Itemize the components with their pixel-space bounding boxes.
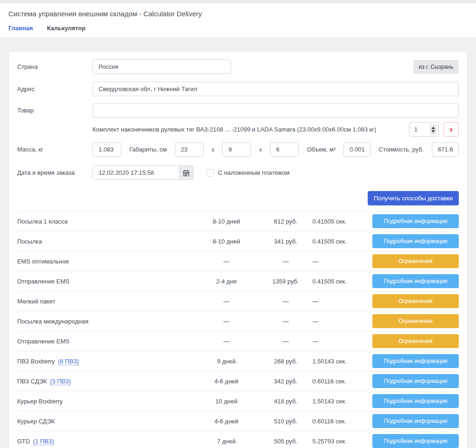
nav-item-home[interactable]: Главная	[8, 25, 33, 32]
delivery-option-row: Посылка 1 класса 8-10 дней 612 руб. 0.41…	[17, 211, 459, 231]
delivery-days: 8-10 дней	[194, 218, 259, 225]
dimensions-label: Габариты, см	[129, 146, 166, 153]
quantity-input[interactable]	[410, 125, 430, 133]
delivery-option-row: Отправление EMS 2-4 дня 1359 руб. 0.4150…	[17, 271, 459, 291]
quantity-stepper[interactable]	[409, 122, 439, 137]
delivery-price: 1359 руб.	[259, 278, 312, 285]
delivery-option-row: Мелкий пакет — — — Ограничения	[17, 291, 459, 311]
product-label: Товар	[17, 107, 93, 114]
row-action-button[interactable]: Подробная информация	[372, 214, 459, 228]
calculation-time: 0.41505 сек.	[312, 278, 366, 285]
delivery-price: 342 руб.	[259, 378, 312, 385]
length-input[interactable]	[175, 142, 204, 157]
delivery-option-name: ПВЗ СДЭК	[17, 378, 47, 385]
mass-input[interactable]	[93, 142, 121, 157]
cost-label: Стоимость, руб.	[379, 146, 424, 153]
address-row: Адрес	[17, 82, 459, 96]
cost-input[interactable]	[432, 142, 459, 157]
pvz-count-link[interactable]: (1 ПВЗ)	[33, 438, 54, 445]
calculation-time: —	[312, 298, 366, 305]
calculation-time: 0.60116 сек.	[312, 418, 366, 425]
delivery-option-row: Отправление EMS — — — Ограничения	[17, 331, 459, 351]
delivery-days: —	[194, 258, 259, 265]
delivery-option-name: Посылка международная	[17, 318, 88, 325]
datetime-input[interactable]	[93, 165, 179, 180]
row-action-button[interactable]: Подробная информация	[372, 234, 459, 248]
volume-input[interactable]	[344, 142, 370, 157]
datetime-label: Дата и время заказа	[17, 169, 93, 176]
height-input[interactable]	[270, 142, 299, 157]
volume-label: Объем, м³	[307, 146, 336, 153]
from-city-button[interactable]: из г. Сызрань	[413, 60, 459, 74]
page-title: Система управления внешним складом - Cal…	[8, 10, 468, 18]
get-delivery-methods-button[interactable]: Получить способы доставки	[368, 191, 459, 205]
row-action-button[interactable]: Подробная информация	[372, 394, 459, 408]
row-action-button[interactable]: Ограничения	[372, 314, 459, 328]
delivery-option-row: Посылка международная — — — Ограничения	[17, 311, 459, 331]
spinner-arrows-icon[interactable]	[430, 124, 437, 135]
delivery-option-name: Курьер Boxberry	[17, 398, 63, 405]
product-row: Товар	[17, 103, 459, 118]
cod-checkbox-label: С наложенным платежом	[218, 169, 290, 176]
delivery-option-row: ПВЗ Boxberry (8 ПВЗ) 9 дней 268 руб. 1.5…	[17, 351, 459, 371]
delivery-option-name: Посылка 1 класса	[17, 218, 68, 225]
calculation-time: —	[312, 318, 366, 325]
delivery-option-name: Отправление EMS	[17, 338, 69, 345]
calculation-time: 1.50143 сек.	[312, 358, 366, 365]
delivery-option-row: Курьер Boxberry 10 дней 418 руб. 1.50143…	[17, 391, 459, 411]
delivery-option-name: Мелкий пакет	[17, 298, 55, 305]
width-input[interactable]	[222, 142, 251, 157]
calculation-time: —	[312, 258, 366, 265]
calendar-icon[interactable]	[179, 165, 193, 180]
cod-checkbox[interactable]	[206, 169, 214, 177]
datetime-row: Дата и время заказа С наложенным платежо…	[17, 165, 459, 180]
pvz-count-link[interactable]: (3 ПВЗ)	[50, 378, 71, 385]
delivery-option-row: ПВЗ СДЭК (3 ПВЗ) 4-6 дней 342 руб. 0.601…	[17, 371, 459, 391]
delivery-days: 7 дней	[194, 438, 259, 445]
product-search-input[interactable]	[93, 103, 459, 118]
delivery-price: —	[259, 298, 312, 305]
delivery-price: 612 руб.	[259, 218, 312, 225]
delivery-option-name: ПВЗ Boxberry	[17, 358, 55, 365]
delivery-option-name: Отправление EMS	[17, 278, 69, 285]
country-input[interactable]	[93, 59, 231, 74]
delivery-option-row: Посылка 8-10 дней 341 руб. 0.41505 сек. …	[17, 231, 459, 251]
calculator-card: Страна из г. Сызрань Адрес Товар Комплек…	[8, 51, 468, 448]
row-action-button[interactable]: Ограничения	[372, 254, 459, 268]
delivery-days: 10 дней	[194, 398, 259, 405]
row-action-button[interactable]: Подробная информация	[372, 374, 459, 388]
delivery-days: 8-10 дней	[194, 238, 259, 245]
country-label: Страна	[17, 63, 93, 70]
main-nav: Главная Калькулятор	[8, 25, 468, 32]
product-item-description: Комплект наконечников рулевых тяг ВАЗ-21…	[93, 126, 409, 133]
delivery-days: 2-4 дня	[194, 278, 259, 285]
delivery-days: —	[194, 338, 259, 345]
delivery-option-name: Курьер СДЭК	[17, 418, 55, 425]
submit-row: Получить способы доставки	[17, 191, 459, 205]
delivery-option-row: GTD (1 ПВЗ) 7 дней 505 руб. 5.25793 сек.…	[17, 431, 459, 448]
row-action-button[interactable]: Подробная информация	[372, 434, 459, 448]
top-strip	[0, 0, 476, 3]
delivery-days: —	[194, 318, 259, 325]
address-input[interactable]	[93, 82, 459, 96]
delivery-days: —	[194, 298, 259, 305]
remove-item-button[interactable]: x	[443, 122, 459, 137]
row-action-button[interactable]: Ограничения	[372, 294, 459, 308]
row-action-button[interactable]: Ограничения	[372, 334, 459, 348]
product-item-row: Комплект наконечников рулевых тяг ВАЗ-21…	[17, 122, 459, 137]
calculation-time: 0.41505 сек.	[312, 218, 366, 225]
nav-item-calculator[interactable]: Калькулятор	[47, 25, 86, 32]
datetime-input-group	[93, 165, 193, 180]
row-action-button[interactable]: Подробная информация	[372, 354, 459, 368]
row-action-button[interactable]: Подробная информация	[372, 274, 459, 288]
results-table: Посылка 1 класса 8-10 дней 612 руб. 0.41…	[17, 211, 459, 448]
delivery-option-row: EMS оптимальное — — — Ограничения	[17, 251, 459, 271]
delivery-price: 268 руб.	[259, 358, 312, 365]
delivery-price: —	[259, 258, 312, 265]
pvz-count-link[interactable]: (8 ПВЗ)	[58, 358, 79, 365]
dimension-separator: x	[212, 146, 214, 153]
calculation-time: 5.25793 сек.	[312, 438, 366, 445]
delivery-option-row: Курьер СДЭК 4-6 дней 510 руб. 0.60116 се…	[17, 411, 459, 431]
row-action-button[interactable]: Подробная информация	[372, 414, 459, 428]
address-label: Адрес	[17, 86, 93, 92]
